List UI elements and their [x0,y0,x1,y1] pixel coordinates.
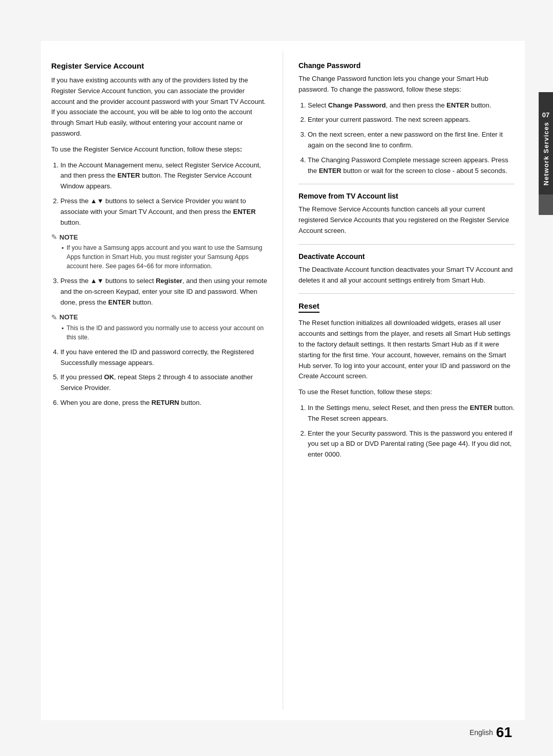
note-icon-2: ✎ [51,313,57,321]
change-password-step-1: Select Change Password, and then press t… [308,100,515,111]
reset-step-1: In the Settings menu, select Reset, and … [308,403,515,424]
change-password-step-3: On the next screen, enter a new password… [308,129,515,151]
note-bullet-2: This is the ID and password you normally… [61,323,267,342]
register-step-1: In the Account Management menu, select R… [60,160,267,192]
change-password-title: Change Password [299,61,515,70]
reset-steps: In the Settings menu, select Reset, and … [299,403,515,460]
note-box-2: ✎ NOTE This is the ID and password you n… [51,313,267,342]
note-label-1: NOTE [59,233,78,241]
side-tab-highlight [539,195,553,215]
left-column: Register Service Account If you have exi… [41,41,283,720]
footer-language: English [470,728,493,737]
footer-page-number: 61 [496,724,512,741]
register-follow-text: To use the Register Service Account func… [51,144,267,155]
remove-tv-account-title: Remove from TV Account list [299,192,515,200]
deactivate-account-text: The Deactivate Account function deactiva… [299,265,515,286]
side-tab: 07 Network Services [539,92,553,205]
note-header-1: ✎ NOTE [51,233,267,241]
note-box-1: ✎ NOTE If you have a Samsung apps accoun… [51,233,267,271]
register-step-6: When you are done, press the RETURN butt… [60,398,267,408]
side-tab-number: 07 [542,111,549,119]
note-content-2: This is the ID and password you normally… [51,323,267,342]
reset-step-2: Enter the your Security password. This i… [308,428,515,460]
footer: English 61 [0,724,553,741]
note-content-1: If you have a Samsung apps account and y… [51,243,267,271]
register-step-4: If you have entered the ID and password … [60,347,267,369]
register-steps-list: In the Account Management menu, select R… [51,160,267,228]
change-password-step-4: The Changing Password Complete message s… [308,155,515,177]
register-steps-list-2: Press the ▲▼ buttons to select Register,… [51,276,267,308]
note-icon-1: ✎ [51,233,57,241]
register-intro-text: If you have existing accounts with any o… [51,75,267,139]
change-password-step-2: Enter your current password. The next sc… [308,115,515,125]
note-bullet-1: If you have a Samsung apps account and y… [61,243,267,271]
divider-3 [299,293,515,294]
reset-follow-text: To use the Reset function, follow these … [299,387,515,398]
page-container: 07 Network Services Register Service Acc… [0,0,553,756]
register-steps-list-3: If you have entered the ID and password … [51,347,267,408]
note-label-2: NOTE [59,313,78,321]
reset-title: Reset [299,301,320,313]
change-password-intro: The Change Password function lets you ch… [299,74,515,95]
register-step-2: Press the ▲▼ buttons to select a Service… [60,196,267,228]
note-header-2: ✎ NOTE [51,313,267,321]
divider-1 [299,184,515,184]
change-password-steps: Select Change Password, and then press t… [299,100,515,177]
right-column: Change Password The Change Password func… [283,41,525,720]
reset-intro: The Reset function initializes all downl… [299,318,515,382]
deactivate-account-title: Deactivate Account [299,252,515,261]
register-step-5: If you pressed OK, repeat Steps 2 throug… [60,372,267,394]
divider-2 [299,244,515,245]
register-step-3: Press the ▲▼ buttons to select Register,… [60,276,267,308]
side-tab-label: Network Services [542,122,550,185]
remove-tv-account-text: The Remove Service Accounts function can… [299,204,515,236]
register-service-account-title: Register Service Account [51,61,267,70]
